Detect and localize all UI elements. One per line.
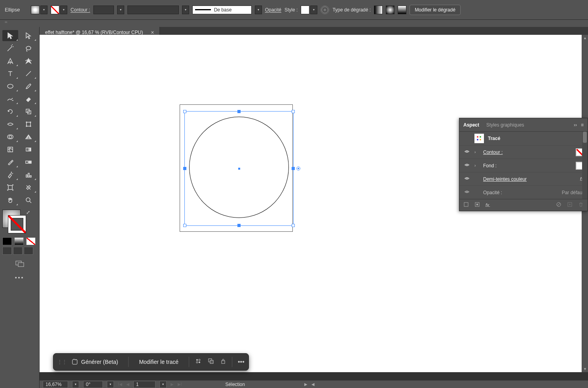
visibility-toggle-icon[interactable]: [463, 176, 470, 182]
add-effect-button[interactable]: fx.: [486, 203, 491, 208]
brush-dropdown[interactable]: ▾: [255, 6, 262, 14]
modify-gradient-button[interactable]: Modifier le dégradé: [410, 5, 461, 15]
halftone-row-label[interactable]: Demi-teintes couleur: [483, 176, 576, 182]
lock-icon[interactable]: [220, 358, 226, 366]
svg-point-33: [477, 139, 478, 140]
duplicate-item-icon[interactable]: [567, 202, 573, 208]
document-tab-title: effet halftone* @ 16,67 % (RVB/Contour C…: [45, 30, 143, 35]
visibility-toggle-icon[interactable]: [463, 189, 470, 196]
svg-point-24: [196, 359, 198, 361]
recolor-wheel-icon[interactable]: [321, 6, 329, 14]
appearance-row-halftone[interactable]: Demi-teintes couleur fx: [459, 172, 588, 185]
gradient-radial-swatch[interactable]: [386, 6, 395, 14]
tab-graphic-styles[interactable]: Styles graphiques: [486, 122, 524, 128]
shape-label: Ellipse: [5, 7, 20, 13]
svg-point-1: [324, 9, 326, 11]
contour-label[interactable]: Contour :: [70, 7, 90, 13]
resize-handle-mr[interactable]: [292, 167, 295, 170]
status-bar: 16,67% ▾ 0° ▾ I◀ ◀ 1 ▾ ▶ ▶I Sélection ▶ …: [40, 380, 588, 388]
no-selection-icon[interactable]: [463, 202, 469, 208]
generate-beta-button[interactable]: Générer (Beta): [67, 356, 123, 368]
stroke-swatch[interactable]: [51, 6, 59, 14]
selection-bounding-box[interactable]: [184, 111, 294, 226]
tab-aspect[interactable]: Aspect: [463, 122, 479, 128]
artboard-number-input[interactable]: 1: [133, 381, 156, 388]
appearance-row-opacity[interactable]: Opacité : Par défaut: [459, 185, 588, 199]
svg-rect-41: [476, 204, 478, 205]
panel-tab-bar: Aspect Styles graphiques ›› ≡: [459, 118, 588, 132]
fond-row-label: Fond :: [483, 163, 572, 168]
svg-point-32: [480, 136, 481, 138]
fill-dropdown[interactable]: ▾: [40, 6, 47, 14]
resize-handle-tl[interactable]: [183, 110, 186, 113]
scroll-down-icon[interactable]: ▼: [582, 366, 588, 372]
svg-rect-23: [72, 360, 77, 364]
appearance-row-contour[interactable]: › Contour :: [459, 145, 588, 159]
new-stroke-icon[interactable]: [474, 202, 480, 208]
visibility-toggle-icon[interactable]: [463, 149, 470, 155]
svg-point-26: [196, 362, 198, 363]
rotation-input[interactable]: 0°: [83, 381, 103, 388]
selection-center-point[interactable]: [238, 168, 240, 170]
zoom-level-input[interactable]: 16,67%: [43, 381, 68, 388]
intertwine-icon[interactable]: [195, 358, 202, 366]
more-options-icon[interactable]: •••: [238, 358, 245, 365]
gradient-freeform-swatch[interactable]: [398, 6, 406, 14]
resize-handle-tm[interactable]: [237, 110, 241, 113]
edit-path-button[interactable]: Modifier le tracé: [134, 356, 183, 368]
resize-handle-tr[interactable]: [292, 110, 295, 113]
status-play-icon[interactable]: ▶: [304, 382, 307, 386]
graphic-style-swatch[interactable]: [301, 6, 309, 14]
collapse-toolbox-icon[interactable]: ‹‹: [5, 20, 8, 24]
delete-item-icon[interactable]: [578, 202, 584, 208]
stroke-weight-dropdown[interactable]: ▾: [117, 6, 124, 14]
visibility-toggle-icon[interactable]: [463, 162, 470, 169]
graphic-style-dropdown[interactable]: ▾: [310, 6, 317, 14]
rotation-dropdown[interactable]: ▾: [107, 381, 114, 388]
svg-point-35: [466, 151, 468, 152]
contextual-task-bar[interactable]: ⋮⋮ Générer (Beta) Modifier le tracé •••: [53, 353, 249, 371]
svg-point-27: [199, 362, 200, 363]
svg-point-37: [466, 178, 468, 179]
opacity-row-label: Opacité :: [483, 190, 558, 195]
scroll-up-icon[interactable]: ▲: [582, 35, 588, 41]
clear-appearance-icon[interactable]: [556, 202, 561, 208]
svg-rect-29: [210, 360, 213, 363]
artboard-dropdown[interactable]: ▾: [159, 381, 167, 388]
last-artboard-icon[interactable]: ▶I: [178, 382, 182, 386]
panel-menu-icon[interactable]: ≡: [581, 122, 584, 128]
status-scroll-left-icon[interactable]: ◀: [311, 382, 315, 386]
selection-status-label: Sélection: [226, 382, 245, 387]
svg-point-31: [477, 136, 478, 138]
fill-swatch[interactable]: [31, 6, 40, 14]
prev-artboard-icon[interactable]: ◀: [126, 382, 129, 386]
opacity-label[interactable]: Opacité: [265, 7, 281, 13]
taskbar-grab-handle[interactable]: ⋮⋮: [57, 361, 61, 363]
svg-point-25: [199, 359, 200, 361]
variable-width-profile[interactable]: [127, 6, 179, 14]
resize-handle-bl[interactable]: [183, 224, 186, 227]
variable-width-dropdown[interactable]: ▾: [182, 6, 189, 14]
next-artboard-icon[interactable]: ▶: [171, 382, 174, 386]
stroke-weight-input[interactable]: [93, 6, 114, 14]
first-artboard-icon[interactable]: I◀: [118, 382, 122, 386]
zoom-dropdown[interactable]: ▾: [72, 381, 79, 388]
brush-definition[interactable]: De base: [192, 6, 252, 14]
trace-thumbnail-icon: [474, 134, 484, 143]
collapse-panel-icon[interactable]: ››: [574, 122, 577, 128]
group-icon[interactable]: [207, 358, 214, 366]
pie-angle-handle[interactable]: [296, 167, 300, 170]
stroke-dropdown[interactable]: ▾: [60, 6, 67, 14]
resize-handle-bm[interactable]: [237, 224, 241, 227]
panel-footer: fx.: [459, 199, 588, 211]
contour-row-label[interactable]: Contour :: [483, 150, 572, 155]
resize-handle-br[interactable]: [292, 224, 295, 227]
appearance-row-fond[interactable]: › Fond :: [459, 159, 588, 172]
gradient-linear-swatch[interactable]: [374, 6, 383, 14]
appearance-row-trace[interactable]: Tracé: [459, 132, 588, 145]
resize-handle-ml[interactable]: [183, 167, 186, 170]
expand-icon[interactable]: ›: [474, 163, 479, 168]
expand-icon[interactable]: ›: [474, 150, 479, 154]
appearance-panel: Aspect Styles graphiques ›› ≡ Tracé › Co…: [459, 118, 588, 211]
panel-scrollbar[interactable]: [582, 132, 588, 199]
